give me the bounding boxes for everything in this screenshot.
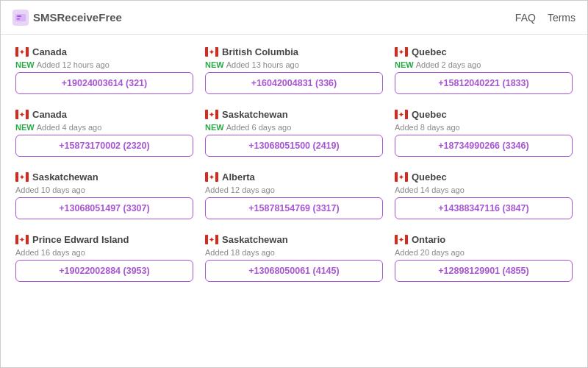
phone-card: ✦AlbertaAdded 12 days ago+15878154769 (3… xyxy=(205,171,383,219)
svg-rect-2 xyxy=(17,18,20,20)
region-name: Prince Edward Island xyxy=(32,234,129,245)
region-name: Canada xyxy=(32,46,67,57)
canada-flag-icon: ✦ xyxy=(15,110,29,119)
phone-button[interactable]: +13068051500 (2419) xyxy=(205,135,383,157)
new-badge: NEW xyxy=(205,60,224,69)
region-name: Saskatchewan xyxy=(222,109,288,120)
phone-card: ✦QuebecAdded 14 days ago+14388347116 (38… xyxy=(395,171,573,219)
card-region: ✦Alberta xyxy=(205,171,383,183)
canada-flag-icon: ✦ xyxy=(395,172,408,182)
region-name: Ontario xyxy=(412,234,445,245)
page-wrapper: SMSReceiveFree FAQ Terms ✦CanadaNEWAdded… xyxy=(0,0,588,368)
card-region: ✦Ontario xyxy=(395,234,573,245)
card-status: Added 14 days ago xyxy=(395,185,573,194)
header: SMSReceiveFree FAQ Terms xyxy=(1,1,587,35)
region-name: Alberta xyxy=(222,171,255,183)
card-status: NEWAdded 2 days ago xyxy=(395,60,573,69)
card-status: NEWAdded 6 days ago xyxy=(205,123,383,132)
card-region: ✦Quebec xyxy=(395,171,573,183)
card-region: ✦Saskatchewan xyxy=(205,234,383,245)
phone-grid: ✦CanadaNEWAdded 12 hours ago+19024003614… xyxy=(15,46,573,282)
phone-card: ✦SaskatchewanAdded 10 days ago+130680514… xyxy=(15,171,193,219)
phone-card: ✦British ColumbiaNEWAdded 13 hours ago+1… xyxy=(205,46,383,94)
card-status: NEWAdded 12 hours ago xyxy=(15,60,193,69)
card-status: Added 18 days ago xyxy=(205,248,383,257)
logo-text: SMSReceiveFree xyxy=(33,11,122,24)
card-status: Added 12 days ago xyxy=(205,185,383,194)
new-badge: NEW xyxy=(205,123,224,132)
canada-flag-icon: ✦ xyxy=(395,235,408,244)
svg-rect-1 xyxy=(17,15,21,17)
terms-link[interactable]: Terms xyxy=(548,12,576,24)
canada-flag-icon: ✦ xyxy=(205,47,218,57)
canada-flag-icon: ✦ xyxy=(15,47,29,57)
canada-flag-icon: ✦ xyxy=(15,172,29,182)
phone-card: ✦SaskatchewanAdded 18 days ago+130680500… xyxy=(205,234,383,282)
phone-button[interactable]: +19024003614 (321) xyxy=(15,72,193,94)
new-badge: NEW xyxy=(15,123,35,132)
card-status: Added 20 days ago xyxy=(395,248,573,257)
canada-flag-icon: ✦ xyxy=(205,235,218,244)
region-name: British Columbia xyxy=(222,46,298,57)
canada-flag-icon: ✦ xyxy=(395,110,408,119)
phone-button[interactable]: +13068050061 (4145) xyxy=(205,260,383,282)
card-status: Added 10 days ago xyxy=(15,185,193,194)
phone-card: ✦CanadaNEWAdded 12 hours ago+19024003614… xyxy=(15,46,193,94)
main-content: ✦CanadaNEWAdded 12 hours ago+19024003614… xyxy=(1,35,587,367)
card-status: Added 8 days ago xyxy=(395,123,573,132)
phone-card: ✦Prince Edward IslandAdded 16 days ago+1… xyxy=(15,234,193,282)
phone-card: ✦QuebecNEWAdded 2 days ago+15812040221 (… xyxy=(395,46,573,94)
canada-flag-icon: ✦ xyxy=(205,172,218,182)
phone-button[interactable]: +19022002884 (3953) xyxy=(15,260,193,282)
canada-flag-icon: ✦ xyxy=(205,110,218,119)
phone-button[interactable]: +15878154769 (3317) xyxy=(205,197,383,219)
canada-flag-icon: ✦ xyxy=(15,235,29,244)
card-region: ✦Quebec xyxy=(395,46,573,57)
region-name: Quebec xyxy=(412,171,447,183)
phone-card: ✦CanadaNEWAdded 4 days ago+15873170002 (… xyxy=(15,109,193,157)
logo-icon xyxy=(12,10,29,26)
logo: SMSReceiveFree xyxy=(12,10,122,26)
card-region: ✦Saskatchewan xyxy=(15,171,193,183)
svg-rect-0 xyxy=(15,14,26,21)
region-name: Canada xyxy=(32,109,67,120)
phone-card: ✦QuebecAdded 8 days ago+18734990266 (334… xyxy=(395,109,573,157)
phone-card: ✦OntarioAdded 20 days ago+12898129901 (4… xyxy=(395,234,573,282)
region-name: Saskatchewan xyxy=(222,234,288,245)
new-badge: NEW xyxy=(395,60,414,69)
phone-button[interactable]: +14388347116 (3847) xyxy=(395,197,573,219)
card-status: Added 16 days ago xyxy=(15,248,193,257)
card-region: ✦Canada xyxy=(15,46,193,57)
canada-flag-icon: ✦ xyxy=(395,47,408,57)
card-status: NEWAdded 4 days ago xyxy=(15,123,193,132)
phone-button[interactable]: +16042004831 (336) xyxy=(205,72,383,94)
phone-button[interactable]: +13068051497 (3307) xyxy=(15,197,193,219)
faq-link[interactable]: FAQ xyxy=(515,12,536,24)
card-status: NEWAdded 13 hours ago xyxy=(205,60,383,69)
region-name: Quebec xyxy=(412,109,447,120)
card-region: ✦Saskatchewan xyxy=(205,109,383,120)
card-region: ✦British Columbia xyxy=(205,46,383,57)
card-region: ✦Canada xyxy=(15,109,193,120)
phone-button[interactable]: +15873170002 (2320) xyxy=(15,135,193,157)
phone-button[interactable]: +18734990266 (3346) xyxy=(395,135,573,157)
nav-links: FAQ Terms xyxy=(515,12,576,24)
phone-card: ✦SaskatchewanNEWAdded 6 days ago+1306805… xyxy=(205,109,383,157)
new-badge: NEW xyxy=(15,60,35,69)
phone-button[interactable]: +15812040221 (1833) xyxy=(395,72,573,94)
region-name: Saskatchewan xyxy=(32,171,98,183)
card-region: ✦Prince Edward Island xyxy=(15,234,193,245)
phone-button[interactable]: +12898129901 (4855) xyxy=(395,260,573,282)
region-name: Quebec xyxy=(412,46,447,57)
card-region: ✦Quebec xyxy=(395,109,573,120)
